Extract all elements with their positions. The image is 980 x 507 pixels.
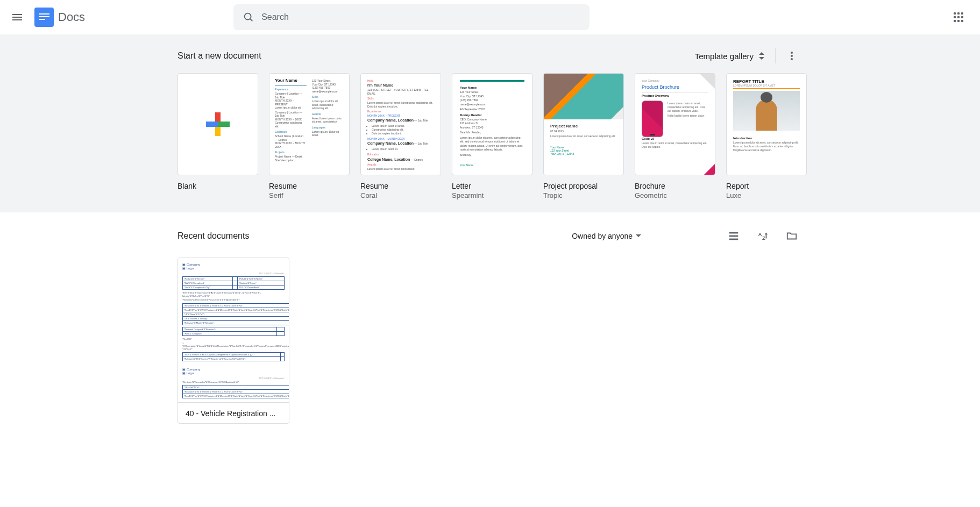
svg-rect-3: [729, 235, 738, 237]
template-letter-spearmint[interactable]: Your Name 123 Your StreetYour City, ST 1…: [452, 73, 532, 199]
template-report-luxe[interactable]: REPORT TITLE LOREM IPSUM DOLOR SIT AMET …: [726, 73, 807, 199]
template-thumb: Hello, I'm Your Name 123 YOUR STREET · Y…: [360, 73, 441, 175]
template-subtitle: Geometric: [635, 191, 715, 199]
template-gallery-button[interactable]: Template gallery: [691, 48, 770, 64]
svg-rect-2: [729, 232, 738, 234]
template-thumb: Your Name 123 Your StreetYour City, ST 1…: [452, 73, 532, 175]
template-brochure-geometric[interactable]: Your Company Product Brochure Product Ov…: [635, 73, 715, 199]
svg-line-1: [250, 19, 252, 21]
owned-by-filter[interactable]: Owned by anyone: [566, 228, 647, 244]
template-thumb: Your Name Experience Company | Location …: [269, 73, 350, 175]
docs-logo-icon: [34, 8, 54, 27]
search-icon: [243, 11, 254, 23]
folder-icon: [786, 230, 798, 242]
unfold-icon: [758, 51, 765, 61]
template-gallery-label: Template gallery: [695, 52, 754, 61]
template-subtitle: Spearmint: [452, 191, 532, 199]
template-project-proposal-tropic[interactable]: Project Name 07.04.20XX Lorem ipsum dolo…: [543, 73, 624, 199]
template-thumb-blank: [177, 73, 258, 175]
recent-title: Recent documents: [177, 231, 562, 241]
svg-rect-4: [729, 239, 738, 240]
template-title: Letter: [452, 182, 532, 190]
template-title: Brochure: [635, 182, 715, 190]
start-title: Start a new document: [177, 51, 261, 61]
plus-icon: [206, 112, 230, 136]
template-resume-coral[interactable]: Hello, I'm Your Name 123 YOUR STREET · Y…: [360, 73, 441, 199]
search-bar[interactable]: [233, 4, 590, 30]
template-list: Blank Your Name Experience Company | Loc…: [177, 73, 803, 199]
header: Docs: [0, 0, 980, 34]
more-vert-icon: [791, 52, 793, 60]
template-subtitle: Serif: [269, 191, 350, 199]
apps-grid-icon: [954, 12, 963, 22]
main-menu-button[interactable]: [4, 4, 30, 30]
template-more-button[interactable]: [781, 45, 803, 67]
start-new-document-section: Start a new document Template gallery: [0, 34, 980, 212]
hamburger-icon: [12, 14, 22, 20]
template-subtitle: Coral: [360, 191, 441, 199]
document-thumb: ▣ Company▣ Logo "INT-"&"00"&"-"&"Identif…: [178, 258, 289, 402]
owned-by-label: Owned by anyone: [572, 232, 633, 240]
template-title: Blank: [177, 182, 258, 190]
documents-grid: ▣ Company▣ Logo "INT-"&"00"&"-"&"Identif…: [177, 258, 803, 424]
template-title: Resume: [269, 182, 350, 190]
svg-text:A: A: [758, 232, 762, 237]
sort-az-icon: AZ: [757, 230, 769, 242]
sort-button[interactable]: AZ: [752, 225, 773, 247]
caret-down-icon: [636, 234, 641, 240]
template-title: Report: [726, 182, 807, 190]
recent-documents-section: Recent documents Owned by anyone AZ ▣ Co…: [0, 212, 980, 456]
document-card[interactable]: ▣ Company▣ Logo "INT-"&"00"&"-"&"Identif…: [177, 258, 289, 424]
start-section-header: Start a new document Template gallery: [177, 43, 803, 69]
template-resume-serif[interactable]: Your Name Experience Company | Location …: [269, 73, 350, 199]
template-title: Resume: [360, 182, 441, 190]
svg-point-0: [245, 13, 251, 20]
template-thumb: Project Name 07.04.20XX Lorem ipsum dolo…: [543, 73, 624, 175]
list-view-button[interactable]: [723, 225, 744, 247]
svg-text:Z: Z: [762, 235, 765, 241]
template-subtitle: Tropic: [543, 191, 624, 199]
list-view-icon: [728, 230, 740, 242]
open-file-picker-button[interactable]: [781, 225, 803, 247]
template-thumb: REPORT TITLE LOREM IPSUM DOLOR SIT AMET …: [726, 73, 807, 175]
document-footer: 40 - Vehicle Registration ...: [178, 402, 289, 423]
search-input[interactable]: [259, 12, 585, 22]
google-apps-button[interactable]: [946, 4, 971, 30]
app-logo-link[interactable]: Docs: [34, 8, 85, 27]
template-blank[interactable]: Blank: [177, 73, 258, 199]
app-title: Docs: [58, 10, 85, 24]
template-title: Project proposal: [543, 182, 624, 190]
template-thumb: Your Company Product Brochure Product Ov…: [635, 73, 715, 175]
document-name: 40 - Vehicle Registration ...: [186, 409, 281, 418]
template-subtitle: Luxe: [726, 191, 807, 199]
search-button[interactable]: [238, 6, 259, 28]
recent-header: Recent documents Owned by anyone AZ: [177, 223, 803, 249]
